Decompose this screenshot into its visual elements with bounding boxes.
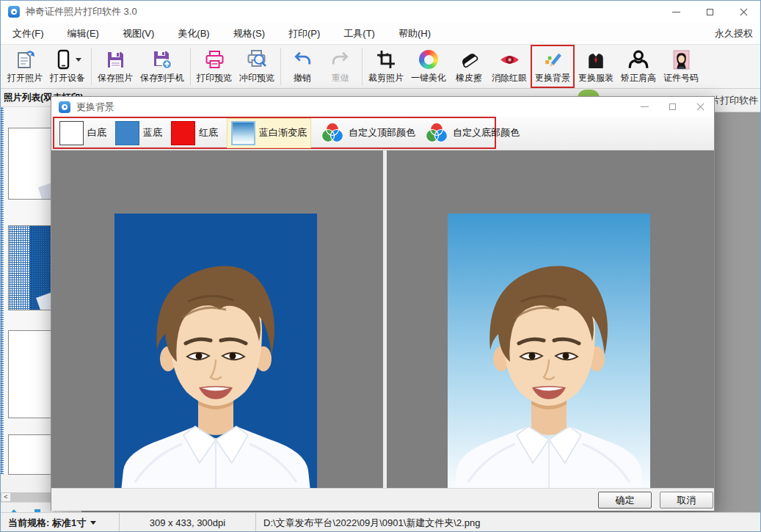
menu-view[interactable]: 视图(V) [115, 27, 161, 40]
title-bar: 神奇证件照片打印软件 3.0 [1, 1, 760, 23]
cancel-button[interactable]: 取消 [660, 492, 713, 509]
minimize-icon [672, 12, 680, 12]
close-icon [696, 103, 704, 111]
menu-tools[interactable]: 工具(T) [336, 27, 382, 40]
crop-photo-button[interactable]: 裁剪照片 [365, 45, 407, 88]
eraser-icon [459, 48, 479, 71]
red-swatch[interactable] [171, 121, 195, 145]
toolbar-label: 保存照片 [98, 72, 133, 84]
minimize-icon [641, 106, 649, 107]
ok-button[interactable]: 确定 [598, 492, 652, 509]
clipped-thumbnail-edge [1, 107, 4, 474]
option-label: 红底 [199, 126, 218, 139]
open-photo-button[interactable]: 打开照片 [4, 45, 46, 88]
dialog-title: 更换背景 [76, 101, 114, 114]
gradient-swatch[interactable] [231, 121, 255, 145]
toolbar-separator [362, 48, 363, 85]
option-blue-bg[interactable]: 蓝底 [115, 121, 162, 145]
photo-compare-area: 原照片 新照片 [51, 150, 714, 488]
scrollbar-thumb[interactable] [11, 493, 50, 501]
dialog-minimize-button[interactable] [630, 97, 658, 117]
option-red-bg[interactable]: 红底 [171, 121, 218, 145]
open-device-button[interactable]: 打开设备 [46, 45, 89, 88]
toolbar-label: 橡皮擦 [456, 72, 482, 84]
change-clothes-button[interactable]: 更换服装 [575, 45, 617, 88]
background-options-highlight: 白底 蓝底 红底 蓝白渐变底 自定义顶部颜色 [53, 117, 496, 149]
main-toolbar: 打开照片 打开设备 保存照片 保存到手机 [1, 45, 760, 89]
save-to-phone-button[interactable]: 保存到手机 [136, 45, 188, 88]
original-photo [114, 214, 317, 498]
toolbar-label: 裁剪照片 [368, 72, 404, 84]
panel-divider [383, 150, 387, 488]
toolbar-separator [190, 48, 191, 85]
toolbar-label: 消除红眼 [492, 72, 527, 84]
toolbar-label: 打开照片 [7, 72, 43, 84]
dialog-close-button[interactable] [686, 97, 714, 117]
open-device-icon [54, 48, 81, 71]
menu-file[interactable]: 文件(F) [5, 27, 51, 40]
beautify-button[interactable]: 一键美化 [407, 45, 450, 88]
dialog-footer: 确定 取消 [51, 488, 714, 511]
toolbar-label: 证件号码 [663, 72, 699, 84]
background-options-row: 白底 蓝底 红底 蓝白渐变底 自定义顶部颜色 [51, 117, 714, 150]
option-label: 白底 [87, 126, 106, 139]
app-logo-icon [8, 6, 20, 18]
maximize-icon [669, 103, 676, 110]
scroll-left-icon[interactable]: < [1, 493, 11, 501]
blue-swatch[interactable] [115, 121, 139, 145]
minimize-button[interactable] [659, 1, 693, 23]
change-background-button[interactable]: 更换背景 [531, 45, 575, 88]
new-photo [448, 214, 650, 498]
undo-button[interactable]: 撤销 [283, 45, 321, 88]
toolbar-label: 撤销 [294, 72, 311, 84]
menu-edit[interactable]: 编辑(E) [60, 27, 106, 40]
menu-print[interactable]: 打印(P) [281, 27, 327, 40]
dialog-app-icon [59, 101, 70, 113]
white-swatch[interactable] [59, 121, 84, 145]
shoulders-icon [628, 48, 649, 71]
menu-help[interactable]: 帮助(H) [391, 27, 438, 40]
red-eye-icon [499, 48, 520, 71]
develop-preview-button[interactable]: 冲印预览 [236, 45, 278, 88]
option-custom-top-color[interactable]: 自定义顶部颜色 [320, 122, 415, 144]
option-custom-bottom-color[interactable]: 自定义底部颜色 [424, 122, 520, 144]
option-label: 自定义底部颜色 [453, 126, 520, 139]
file-path-info: D:\文章发布平台\2022\09月\0901\新建文件夹\2.png [256, 513, 488, 532]
menu-spec[interactable]: 规格(S) [226, 27, 272, 40]
image-size-info: 309 x 433, 300dpi [120, 513, 256, 532]
thumbnail-pattern [9, 226, 29, 310]
option-label: 自定义顶部颜色 [349, 126, 415, 139]
id-number-button[interactable]: 证件号码 [660, 45, 702, 88]
print-preview-button[interactable]: 打印预览 [193, 45, 236, 88]
close-icon [740, 8, 748, 16]
window-title: 神奇证件照片打印软件 3.0 [26, 5, 137, 18]
redo-button[interactable]: 重做 [321, 45, 360, 88]
menu-beautify[interactable]: 美化(B) [170, 27, 216, 40]
suit-icon [586, 48, 605, 71]
toolbar-label: 一键美化 [411, 72, 446, 84]
print-preview-icon [205, 48, 225, 71]
eraser-button[interactable]: 橡皮擦 [450, 45, 488, 88]
fix-shoulder-button[interactable]: 矫正肩高 [617, 45, 660, 88]
toolbar-label: 矫正肩高 [621, 72, 656, 84]
option-gradient-bg[interactable]: 蓝白渐变底 [227, 118, 311, 148]
toolbar-label: 更换背景 [535, 72, 570, 84]
remove-red-eye-button[interactable]: 消除红眼 [488, 45, 531, 88]
crop-icon [376, 48, 396, 71]
save-photo-icon [106, 48, 125, 71]
option-label: 蓝底 [143, 126, 162, 139]
portrait-illustration [114, 214, 317, 498]
current-spec-dropdown[interactable]: 当前规格: 标准1寸 [1, 513, 120, 532]
option-white-bg[interactable]: 白底 [59, 121, 106, 145]
close-button[interactable] [727, 1, 760, 23]
maximize-icon [707, 9, 713, 15]
license-label: 永久授权 [715, 27, 760, 40]
horizontal-scrollbar[interactable]: < [1, 492, 51, 502]
maximize-button[interactable] [693, 1, 727, 23]
toolbar-label: 冲印预览 [239, 72, 274, 84]
toolbar-label: 重做 [332, 72, 349, 84]
dialog-maximize-button[interactable] [658, 97, 686, 117]
save-photo-button[interactable]: 保存照片 [94, 45, 136, 88]
dialog-title-bar: 更换背景 [51, 97, 714, 117]
beautify-icon [419, 48, 438, 71]
